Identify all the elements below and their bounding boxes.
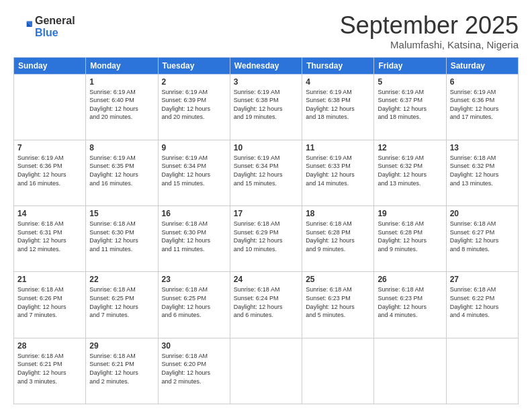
table-row: 11Sunrise: 6:19 AM Sunset: 6:33 PM Dayli… [302,140,374,205]
logo: General Blue [13,15,75,38]
table-row: 19Sunrise: 6:18 AM Sunset: 6:28 PM Dayli… [374,206,446,272]
day-info: Sunrise: 6:18 AM Sunset: 6:22 PM Dayligh… [450,285,515,319]
table-row: 8Sunrise: 6:19 AM Sunset: 6:35 PM Daylig… [86,140,158,205]
day-number: 21 [17,275,82,284]
day-number: 16 [162,209,226,218]
table-row: 5Sunrise: 6:19 AM Sunset: 6:37 PM Daylig… [374,74,446,140]
day-number: 13 [450,143,515,152]
table-row: 29Sunrise: 6:18 AM Sunset: 6:21 PM Dayli… [86,338,158,404]
table-row: 2Sunrise: 6:19 AM Sunset: 6:39 PM Daylig… [158,74,230,140]
header: General Blue September 2025 Malumfashi, … [13,12,519,50]
day-number: 14 [17,209,82,218]
calendar-table: Sunday Monday Tuesday Wednesday Thursday… [13,57,519,404]
day-number: 17 [234,209,298,218]
day-info: Sunrise: 6:18 AM Sunset: 6:28 PM Dayligh… [378,220,442,253]
table-row: 10Sunrise: 6:19 AM Sunset: 6:34 PM Dayli… [230,140,302,205]
day-number: 6 [450,77,515,87]
col-tuesday: Tuesday [158,57,230,74]
logo-general-text: General [35,15,75,27]
day-number: 29 [89,341,154,351]
day-number: 18 [306,209,370,218]
day-info: Sunrise: 6:18 AM Sunset: 6:25 PM Dayligh… [162,285,226,319]
table-row: 24Sunrise: 6:18 AM Sunset: 6:24 PM Dayli… [230,272,302,338]
day-info: Sunrise: 6:19 AM Sunset: 6:38 PM Dayligh… [306,88,370,122]
day-number: 15 [89,209,154,218]
table-row: 1Sunrise: 6:19 AM Sunset: 6:40 PM Daylig… [86,74,158,140]
logo-blue-text: Blue [35,27,75,39]
day-number: 4 [306,77,370,87]
day-info: Sunrise: 6:19 AM Sunset: 6:33 PM Dayligh… [306,154,370,187]
table-row: 18Sunrise: 6:18 AM Sunset: 6:28 PM Dayli… [302,206,374,272]
day-number: 30 [162,341,226,351]
day-number: 12 [378,143,442,152]
day-info: Sunrise: 6:19 AM Sunset: 6:37 PM Dayligh… [378,88,442,122]
title-block: September 2025 Malumfashi, Katsina, Nige… [340,12,519,50]
day-info: Sunrise: 6:19 AM Sunset: 6:35 PM Dayligh… [89,154,154,187]
day-number: 9 [162,143,226,152]
col-friday: Friday [374,57,446,74]
col-wednesday: Wednesday [230,57,302,74]
table-row: 16Sunrise: 6:18 AM Sunset: 6:30 PM Dayli… [158,206,230,272]
day-info: Sunrise: 6:18 AM Sunset: 6:30 PM Dayligh… [89,220,154,253]
table-row [446,338,518,404]
table-row [302,338,374,404]
day-number: 28 [17,341,82,351]
table-row: 9Sunrise: 6:19 AM Sunset: 6:34 PM Daylig… [158,140,230,205]
table-row: 13Sunrise: 6:18 AM Sunset: 6:32 PM Dayli… [446,140,518,205]
day-info: Sunrise: 6:18 AM Sunset: 6:25 PM Dayligh… [89,285,154,319]
day-info: Sunrise: 6:19 AM Sunset: 6:39 PM Dayligh… [162,88,226,122]
day-number: 19 [378,209,442,218]
day-number: 20 [450,209,515,218]
month-title: September 2025 [340,12,519,39]
day-number: 25 [306,275,370,284]
day-info: Sunrise: 6:18 AM Sunset: 6:30 PM Dayligh… [162,220,226,253]
logo-text: General Blue [35,15,75,38]
table-row: 30Sunrise: 6:18 AM Sunset: 6:20 PM Dayli… [158,338,230,404]
logo-icon [13,17,32,36]
day-number: 5 [378,77,442,87]
calendar-week-row: 28Sunrise: 6:18 AM Sunset: 6:21 PM Dayli… [14,338,519,404]
table-row: 27Sunrise: 6:18 AM Sunset: 6:22 PM Dayli… [446,272,518,338]
day-info: Sunrise: 6:18 AM Sunset: 6:20 PM Dayligh… [162,352,226,385]
day-number: 27 [450,275,515,284]
day-number: 26 [378,275,442,284]
day-number: 7 [17,143,82,152]
day-number: 24 [234,275,298,284]
day-info: Sunrise: 6:19 AM Sunset: 6:34 PM Dayligh… [162,154,226,187]
day-info: Sunrise: 6:18 AM Sunset: 6:24 PM Dayligh… [234,285,298,319]
day-info: Sunrise: 6:19 AM Sunset: 6:36 PM Dayligh… [17,154,82,187]
calendar-week-row: 7Sunrise: 6:19 AM Sunset: 6:36 PM Daylig… [14,140,519,205]
table-row: 3Sunrise: 6:19 AM Sunset: 6:38 PM Daylig… [230,74,302,140]
table-row: 17Sunrise: 6:18 AM Sunset: 6:29 PM Dayli… [230,206,302,272]
day-info: Sunrise: 6:18 AM Sunset: 6:23 PM Dayligh… [378,285,442,319]
page: General Blue September 2025 Malumfashi, … [0,0,532,411]
day-number: 22 [89,275,154,284]
col-monday: Monday [86,57,158,74]
table-row: 12Sunrise: 6:19 AM Sunset: 6:32 PM Dayli… [374,140,446,205]
table-row [14,74,86,140]
day-info: Sunrise: 6:18 AM Sunset: 6:21 PM Dayligh… [89,352,154,385]
calendar-week-row: 21Sunrise: 6:18 AM Sunset: 6:26 PM Dayli… [14,272,519,338]
day-info: Sunrise: 6:19 AM Sunset: 6:34 PM Dayligh… [234,154,298,187]
day-number: 23 [162,275,226,284]
day-number: 10 [234,143,298,152]
day-info: Sunrise: 6:18 AM Sunset: 6:28 PM Dayligh… [306,220,370,253]
table-row: 21Sunrise: 6:18 AM Sunset: 6:26 PM Dayli… [14,272,86,338]
day-number: 3 [234,77,298,87]
day-info: Sunrise: 6:18 AM Sunset: 6:23 PM Dayligh… [306,285,370,319]
day-info: Sunrise: 6:18 AM Sunset: 6:32 PM Dayligh… [450,154,515,187]
col-saturday: Saturday [446,57,518,74]
day-info: Sunrise: 6:19 AM Sunset: 6:40 PM Dayligh… [89,88,154,122]
day-info: Sunrise: 6:18 AM Sunset: 6:29 PM Dayligh… [234,220,298,253]
table-row: 14Sunrise: 6:18 AM Sunset: 6:31 PM Dayli… [14,206,86,272]
day-info: Sunrise: 6:19 AM Sunset: 6:38 PM Dayligh… [234,88,298,122]
calendar-header-row: Sunday Monday Tuesday Wednesday Thursday… [14,57,519,74]
table-row: 25Sunrise: 6:18 AM Sunset: 6:23 PM Dayli… [302,272,374,338]
day-info: Sunrise: 6:18 AM Sunset: 6:21 PM Dayligh… [17,352,82,385]
calendar-week-row: 1Sunrise: 6:19 AM Sunset: 6:40 PM Daylig… [14,74,519,140]
day-info: Sunrise: 6:18 AM Sunset: 6:31 PM Dayligh… [17,220,82,253]
day-number: 11 [306,143,370,152]
day-info: Sunrise: 6:18 AM Sunset: 6:26 PM Dayligh… [17,285,82,319]
location-subtitle: Malumfashi, Katsina, Nigeria [340,39,519,50]
table-row: 28Sunrise: 6:18 AM Sunset: 6:21 PM Dayli… [14,338,86,404]
